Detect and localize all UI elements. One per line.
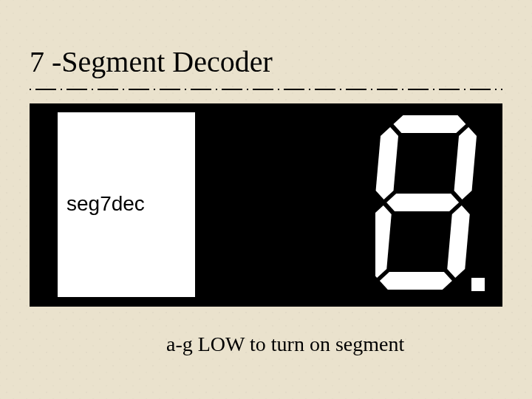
title-divider (30, 87, 502, 90)
segment-g (386, 194, 460, 211)
diagram-panel: seg7dec (30, 103, 502, 307)
segment-a (392, 115, 466, 133)
connector-pin (197, 126, 204, 128)
connector-pin (197, 178, 204, 180)
segment-e (375, 205, 392, 278)
segment-b (454, 127, 478, 200)
connector-pins (197, 121, 207, 288)
caption-text: a-g LOW to turn on segment (166, 332, 404, 356)
segment-c (446, 205, 471, 278)
connector-pin (197, 231, 204, 233)
segment-dp (471, 278, 485, 291)
connector-pin (197, 152, 204, 154)
decoder-block: seg7dec (58, 112, 195, 297)
connector-pin (197, 284, 204, 286)
connector-pin (197, 257, 204, 259)
seven-segment-display (375, 111, 486, 299)
segment-d (379, 272, 453, 290)
connector-pin (197, 205, 204, 207)
segment-f (375, 127, 399, 200)
slide-title: 7 -Segment Decoder (30, 44, 273, 79)
decoder-block-label: seg7dec (66, 192, 185, 216)
slide: 7 -Segment Decoder seg7dec (0, 0, 532, 399)
